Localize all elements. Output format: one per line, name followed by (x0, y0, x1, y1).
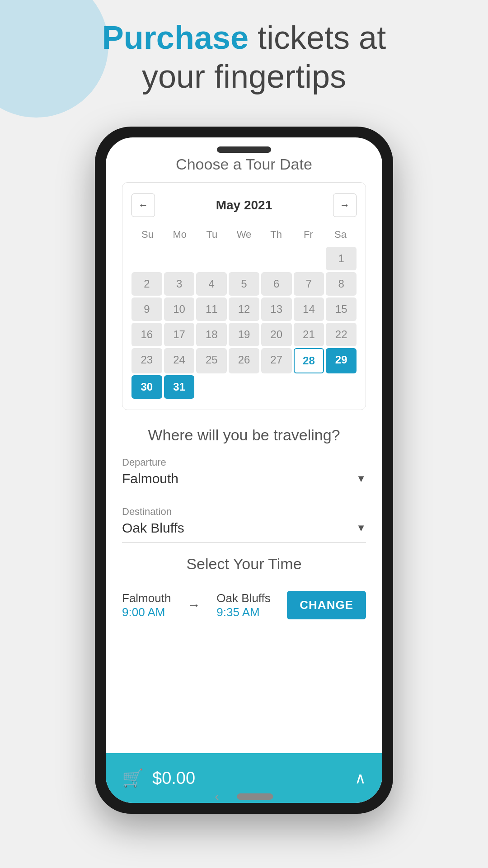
calendar-day (196, 375, 227, 399)
calendar-container: ← May 2021 → Su Mo Tu We Th Fr Sa 123456… (122, 182, 366, 410)
calendar-day[interactable]: 28 (294, 348, 324, 373)
calendar-day[interactable]: 30 (131, 375, 162, 399)
calendar-day (261, 247, 292, 270)
calendar-day[interactable]: 4 (196, 272, 227, 296)
calendar-day[interactable]: 3 (164, 272, 195, 296)
calendar-header: ← May 2021 → (131, 193, 357, 217)
nav-back-icon[interactable]: ‹ (215, 789, 219, 804)
departure-field: Departure Falmouth ▼ (122, 457, 366, 506)
calendar-day (229, 247, 259, 270)
calendar-month-label: May 2021 (216, 198, 272, 212)
calendar-day (131, 247, 162, 270)
calendar-days: 1234567891011121314151617181920212223242… (131, 247, 357, 399)
calendar-day[interactable]: 10 (164, 297, 195, 321)
phone-screen: Choose a Tour Date ← May 2021 → Su Mo Tu… (106, 137, 382, 803)
cart-price: $0.00 (152, 769, 195, 788)
cart-icon: 🛒 (122, 768, 143, 788)
calendar-day[interactable]: 25 (196, 348, 227, 373)
header-area: Purchase tickets at your fingertips (0, 18, 488, 96)
header-title: Purchase tickets at your fingertips (27, 18, 461, 96)
destination-label: Destination (122, 506, 366, 518)
header-highlight: Purchase (102, 19, 249, 56)
calendar-day[interactable]: 29 (326, 348, 357, 373)
departure-value: Falmouth (122, 471, 178, 486)
calendar-weekdays: Su Mo Tu We Th Fr Sa (131, 226, 357, 243)
cart-area: 🛒 $0.00 (122, 768, 195, 788)
to-location-name: Oak Bluffs (216, 591, 270, 605)
calendar-day[interactable]: 5 (229, 272, 259, 296)
next-month-button[interactable]: → (333, 193, 357, 217)
weekday-su: Su (131, 226, 164, 243)
calendar-day[interactable]: 7 (294, 272, 324, 296)
departure-label: Departure (122, 457, 366, 468)
time-direction-arrow: → (188, 598, 200, 613)
weekday-th: Th (260, 226, 292, 243)
calendar-day[interactable]: 23 (131, 348, 162, 373)
weekday-mo: Mo (164, 226, 196, 243)
calendar-day[interactable]: 22 (326, 323, 357, 346)
calendar-day[interactable]: 17 (164, 323, 195, 346)
from-location-name: Falmouth (122, 591, 171, 605)
weekday-tu: Tu (196, 226, 228, 243)
calendar-day[interactable]: 16 (131, 323, 162, 346)
phone-frame: Choose a Tour Date ← May 2021 → Su Mo Tu… (95, 127, 393, 814)
calendar-day (261, 375, 292, 399)
destination-dropdown-icon: ▼ (356, 522, 366, 534)
travel-section-title: Where will you be traveling? (122, 426, 366, 444)
calendar-day[interactable]: 21 (294, 323, 324, 346)
calendar-day[interactable]: 12 (229, 297, 259, 321)
from-time-value: 9:00 AM (122, 605, 171, 619)
calendar-day[interactable]: 6 (261, 272, 292, 296)
calendar-day[interactable]: 9 (131, 297, 162, 321)
time-section-title: Select Your Time (122, 555, 366, 573)
weekday-sa: Sa (324, 226, 357, 243)
to-time-value: 9:35 AM (216, 605, 270, 619)
calendar-day[interactable]: 8 (326, 272, 357, 296)
calendar-day[interactable]: 1 (326, 247, 357, 270)
calendar-day (294, 375, 324, 399)
destination-field: Destination Oak Bluffs ▼ (122, 506, 366, 555)
calendar-section-title: Choose a Tour Date (122, 156, 366, 173)
time-row: Falmouth 9:00 AM → Oak Bluffs 9:35 AM CH… (122, 584, 366, 627)
calendar-day (164, 247, 195, 270)
calendar-day[interactable]: 18 (196, 323, 227, 346)
calendar-day[interactable]: 24 (164, 348, 195, 373)
to-location: Oak Bluffs 9:35 AM (216, 591, 270, 619)
weekday-we: We (228, 226, 260, 243)
calendar-day[interactable]: 14 (294, 297, 324, 321)
departure-value-row[interactable]: Falmouth ▼ (122, 471, 366, 493)
screen-content: Choose a Tour Date ← May 2021 → Su Mo Tu… (106, 137, 382, 753)
from-location: Falmouth 9:00 AM (122, 591, 171, 619)
calendar-day[interactable]: 31 (164, 375, 195, 399)
destination-value-row[interactable]: Oak Bluffs ▼ (122, 520, 366, 542)
calendar-day (294, 247, 324, 270)
calendar-day[interactable]: 2 (131, 272, 162, 296)
departure-dropdown-icon: ▼ (356, 473, 366, 485)
calendar-day (326, 375, 357, 399)
expand-cart-icon[interactable]: ∧ (355, 769, 366, 787)
calendar-day (196, 247, 227, 270)
calendar-day[interactable]: 26 (229, 348, 259, 373)
calendar-day[interactable]: 15 (326, 297, 357, 321)
calendar-day[interactable]: 11 (196, 297, 227, 321)
destination-value: Oak Bluffs (122, 520, 184, 536)
calendar-day[interactable]: 19 (229, 323, 259, 346)
prev-month-button[interactable]: ← (131, 193, 155, 217)
nav-home-indicator[interactable] (237, 793, 273, 800)
weekday-fr: Fr (292, 226, 324, 243)
phone-nav: ‹ (215, 789, 273, 804)
calendar-day[interactable]: 20 (261, 323, 292, 346)
change-time-button[interactable]: CHANGE (287, 591, 366, 619)
calendar-day[interactable]: 27 (261, 348, 292, 373)
calendar-day (229, 375, 259, 399)
phone-speaker (217, 146, 271, 153)
calendar-day[interactable]: 13 (261, 297, 292, 321)
